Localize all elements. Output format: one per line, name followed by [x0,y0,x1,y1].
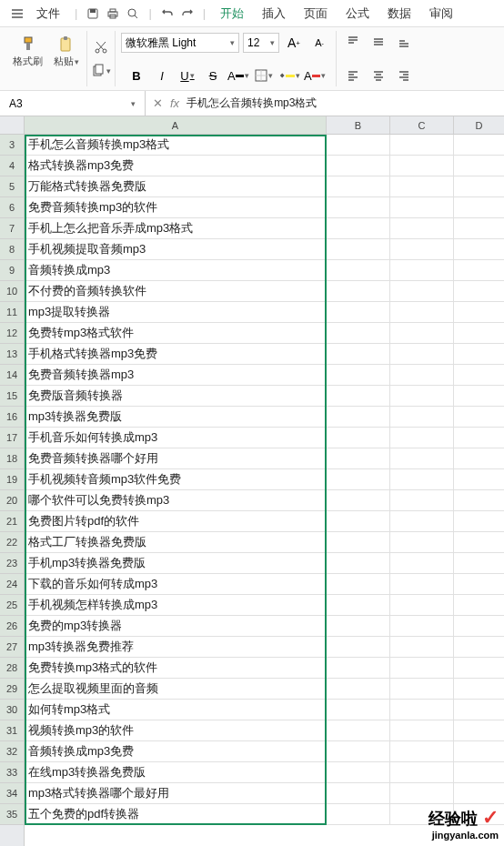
cell[interactable] [327,469,390,490]
cell[interactable] [390,532,454,553]
align-bottom-button[interactable] [393,33,415,51]
cell[interactable] [454,616,504,637]
cell[interactable] [327,574,390,595]
row-header[interactable]: 26 [0,616,24,637]
cell[interactable] [390,679,454,700]
cell[interactable]: 免费音频转换mp3的软件 [25,197,327,218]
cell[interactable] [390,323,454,344]
tab-data[interactable]: 数据 [388,5,411,22]
cell[interactable] [454,595,504,616]
cell[interactable] [327,260,390,281]
row-header[interactable]: 6 [0,197,24,218]
row-header[interactable]: 23 [0,553,24,574]
cell[interactable] [390,365,454,386]
row-header[interactable]: 11 [0,302,24,323]
border-button[interactable]: ▾ [253,66,275,85]
save-icon[interactable] [86,6,100,21]
cell[interactable] [454,156,504,176]
undo-icon[interactable] [160,6,175,21]
cell[interactable] [327,783,390,804]
row-header[interactable]: 27 [0,637,24,658]
cell[interactable] [390,574,454,595]
cell[interactable] [327,553,390,574]
cell[interactable]: 手机视频转音频mp3软件免费 [25,469,327,490]
cell[interactable] [327,595,390,616]
cell[interactable] [327,804,390,825]
cell[interactable]: mp3转换器免费推荐 [25,637,327,658]
cell[interactable]: 手机怎么音频转换mp3格式 [25,135,327,156]
cell[interactable] [327,490,390,511]
row-header[interactable]: 3 [0,135,24,156]
cell[interactable] [327,365,390,386]
cell[interactable]: 免费版音频转换器 [25,386,327,407]
cell[interactable] [454,574,504,595]
row-header[interactable]: 8 [0,239,24,260]
cell[interactable] [454,281,504,302]
cell[interactable] [390,511,454,532]
cell[interactable] [327,344,390,365]
cell[interactable] [454,197,504,218]
row-header[interactable]: 4 [0,156,24,176]
cell[interactable]: 免费的mp3转换器 [25,616,327,637]
cell[interactable] [390,135,454,156]
cell[interactable] [327,741,390,762]
row-header[interactable]: 33 [0,762,24,783]
format-brush-button[interactable]: 格式刷 [9,33,46,70]
cell[interactable] [454,720,504,741]
align-middle-button[interactable] [368,33,389,51]
col-header-c[interactable]: C [390,116,454,134]
cell[interactable] [454,553,504,574]
underline-button[interactable]: U▾ [176,66,198,85]
cell[interactable] [454,135,504,156]
cell[interactable] [454,407,504,428]
tab-start[interactable]: 开始 [220,5,244,22]
cell[interactable] [327,428,390,448]
cell[interactable]: 五个免费的pdf转换器 [25,804,327,825]
cell[interactable]: 下载的音乐如何转成mp3 [25,574,327,595]
cell[interactable] [390,658,454,679]
cell[interactable]: 手机格式转换器mp3免费 [25,344,327,365]
cell[interactable] [454,700,504,720]
col-header-a[interactable]: A [25,116,327,134]
cell[interactable] [454,302,504,323]
row-header[interactable]: 22 [0,532,24,553]
tab-insert[interactable]: 插入 [262,5,286,22]
cell[interactable]: mp3格式转换器哪个最好用 [25,783,327,804]
cell[interactable] [327,156,390,176]
cell[interactable]: 手机mp3转换器免费版 [25,553,327,574]
cell[interactable]: 如何转mp3格式 [25,700,327,720]
cell[interactable] [327,323,390,344]
row-header[interactable]: 25 [0,595,24,616]
cell[interactable] [327,679,390,700]
cell[interactable] [454,448,504,469]
cell[interactable] [327,720,390,741]
cell[interactable] [390,490,454,511]
row-header[interactable]: 16 [0,407,24,428]
cell[interactable] [390,176,454,197]
cell[interactable] [390,218,454,239]
cell[interactable] [327,281,390,302]
row-header[interactable]: 15 [0,386,24,407]
cell[interactable] [454,260,504,281]
row-header[interactable]: 34 [0,783,24,804]
cell[interactable] [390,428,454,448]
font-color-button[interactable]: A▾ [227,66,249,85]
cell[interactable] [454,741,504,762]
cell[interactable] [390,260,454,281]
cell[interactable] [390,616,454,637]
cell[interactable]: 视频转换mp3的软件 [25,720,327,741]
cell[interactable] [454,344,504,365]
cancel-icon[interactable]: ✕ [153,96,163,110]
formula-input[interactable]: 手机怎么音频转换mp3格式 [186,96,497,111]
row-header[interactable]: 35 [0,804,24,825]
align-top-button[interactable] [342,33,364,51]
cell[interactable]: 哪个软件可以免费转换mp3 [25,490,327,511]
cell[interactable] [327,658,390,679]
align-right-button[interactable] [393,66,415,85]
cell[interactable] [454,532,504,553]
cell[interactable] [327,135,390,156]
cell[interactable] [454,365,504,386]
cell[interactable]: 格式工厂转换器免费版 [25,532,327,553]
cell[interactable] [327,532,390,553]
tab-page[interactable]: 页面 [304,5,328,22]
